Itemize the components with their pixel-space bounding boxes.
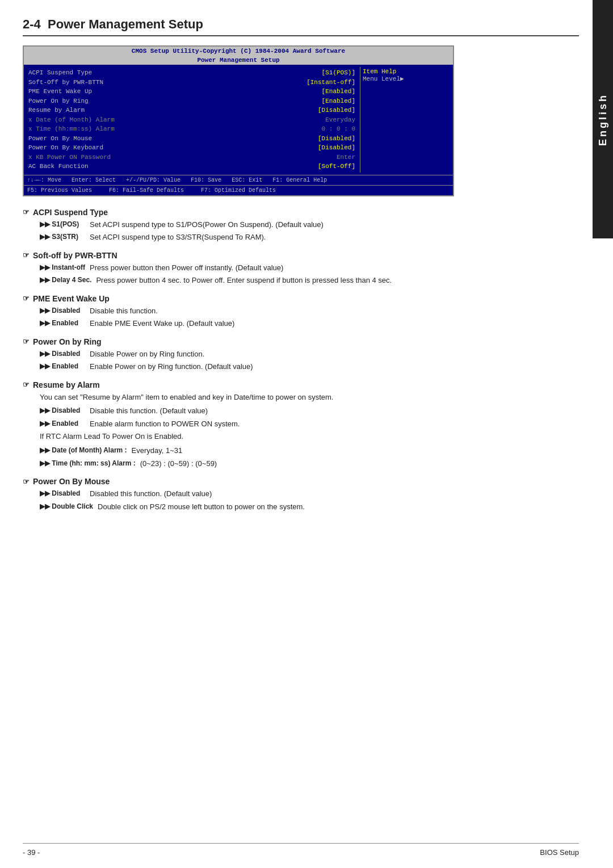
sub-bullet-desc: Everyday, 1~31 [132, 445, 579, 456]
bios-nav-enter: Enter: Select [72, 177, 116, 183]
bullet-desc: Enable Power on by Ring function. (Defau… [90, 361, 579, 372]
bios-row: ACPI Suspend Type[S1(POS)] [28, 68, 355, 78]
bios-row: Power On By Mouse[Disabled] [28, 134, 355, 144]
bullet-item: ▶▶ DisabledDisable Power on by Ring func… [40, 349, 579, 360]
bullet-list-soft-off-pwr-bttn: ▶▶ Instant-offPress power button then Po… [40, 262, 579, 286]
bullet-desc: Disable this function. (Default value) [90, 405, 579, 417]
sub-bullet-desc: (0~23) : (0~59) : (0~59) [140, 458, 579, 469]
bios-row: Power On by Ring[Enabled] [28, 97, 355, 106]
bullet-desc: Set ACPI suspend type to S1/POS(Power On… [90, 219, 579, 230]
bullet-term: ▶▶ Enabled [40, 318, 85, 329]
bullet-item: ▶▶ Double ClickDouble click on PS/2 mous… [40, 501, 579, 513]
bullet-desc: Disable this function. [90, 305, 579, 317]
footer-right: BIOS Setup [540, 848, 579, 857]
bios-row: x KB Power ON PasswordEnter [28, 153, 355, 162]
section-power-on-by-mouse: Power On By Mouse▶▶ DisabledDisabled thi… [23, 477, 579, 512]
bios-item-help-text: Menu Level▶ [363, 75, 448, 82]
bullet-desc: Enable alarm function to POWER ON system… [90, 418, 579, 430]
section-pme-event-wake-up: PME Event Wake Up▶▶ DisabledDisable this… [23, 294, 579, 329]
bullet-desc: Double click on PS/2 mouse left button t… [98, 501, 579, 513]
section-title-acpi-suspend-type: ACPI Suspend Type [23, 208, 579, 217]
bullet-term: ▶▶ Disabled [40, 305, 85, 317]
bullet-list-pme-event-wake-up: ▶▶ DisabledDisable this function.▶▶ Enab… [40, 305, 579, 329]
bullet-desc: Disabled this function. (Default value) [90, 488, 579, 500]
bios-nav-f10: F10: Save [191, 177, 221, 183]
bios-row: Resume by Alarm[Disabled] [28, 106, 355, 115]
bios-row: Power On By Keyboard[Disabled] [28, 143, 355, 153]
bios-nav-f7: F7: Optimized Defaults [201, 187, 276, 194]
section-acpi-suspend-type: ACPI Suspend Type▶▶ S1(POS)Set ACPI susp… [23, 208, 579, 243]
bullet-list-power-on-by-mouse: ▶▶ DisabledDisabled this function. (Defa… [40, 488, 579, 512]
bullet-list-power-on-by-ring: ▶▶ DisabledDisable Power on by Ring func… [40, 349, 579, 372]
bios-nav-move: ↑↓→←: Move [27, 177, 61, 183]
bullet-item: ▶▶ Delay 4 Sec.Press power button 4 sec.… [40, 275, 579, 286]
section-title-resume-by-alarm: Resume by Alarm [23, 380, 579, 389]
bullet-term: ▶▶ Enabled [40, 361, 85, 372]
bullet-item: ▶▶ S3(STR)Set ACPI suspend type to S3/ST… [40, 232, 579, 243]
bullet-item: ▶▶ EnabledEnable Power on by Ring functi… [40, 361, 579, 372]
bios-item-help-title: Item Help [363, 68, 448, 75]
section-title-power-on-by-mouse: Power On By Mouse [23, 477, 579, 486]
section-power-on-by-ring: Power On by Ring▶▶ DisabledDisable Power… [23, 337, 579, 372]
bullet-item: ▶▶ S1(POS)Set ACPI suspend type to S1/PO… [40, 219, 579, 230]
sections-container: ACPI Suspend Type▶▶ S1(POS)Set ACPI susp… [23, 208, 579, 513]
bios-row: x Time (hh:mm:ss) Alarm0 : 0 : 0 [28, 124, 355, 134]
section-title-pme-event-wake-up: PME Event Wake Up [23, 294, 579, 303]
bullet-term: ▶▶ S3(STR) [40, 232, 85, 243]
bullet-item: ▶▶ EnabledEnable PME Event Wake up. (Def… [40, 318, 579, 329]
bullet-term: ▶▶ Instant-off [40, 262, 85, 274]
bios-left-panel: ACPI Suspend Type[S1(POS)] Soft-Off by P… [26, 67, 358, 173]
section-title-power-on-by-ring: Power On by Ring [23, 337, 579, 346]
section-resume-by-alarm: Resume by AlarmYou can set "Resume by Al… [23, 380, 579, 469]
bullet-item: ▶▶ Instant-offPress power button then Po… [40, 262, 579, 274]
bios-row: PME Event Wake Up[Enabled] [28, 87, 355, 97]
page-footer: - 39 - BIOS Setup [23, 843, 579, 857]
section-soft-off-pwr-bttn: Soft-off by PWR-BTTN▶▶ Instant-offPress … [23, 251, 579, 286]
section-note-resume-by-alarm: You can set "Resume by Alarm" item to en… [40, 392, 579, 404]
bullet-term: ▶▶ Double Click [40, 501, 93, 513]
section-subnote-resume-by-alarm: If RTC Alarm Lead To Power On is Enabled… [40, 431, 579, 443]
bios-footer: ↑↓→←: Move Enter: Select +/-/PU/PD: Valu… [24, 175, 453, 185]
bios-nav-f5: F5: Previous Values [27, 187, 92, 194]
bullet-desc: Enable PME Event Wake up. (Default value… [90, 318, 579, 329]
bullet-term: ▶▶ Disabled [40, 349, 85, 360]
bullet-term: ▶▶ S1(POS) [40, 219, 85, 230]
bullet-desc: Set ACPI suspend type to S3/STR(Suspend … [90, 232, 579, 243]
bios-screen: CMOS Setup Utility-Copyright (C) 1984-20… [23, 45, 454, 196]
section-title-soft-off-pwr-bttn: Soft-off by PWR-BTTN [23, 251, 579, 260]
page-number: - 39 - [23, 848, 40, 857]
sub-bullet-item: ▶▶ Date (of Month) Alarm :Everyday, 1~31 [40, 445, 579, 456]
sub-bullet-term: ▶▶ Time (hh: mm: ss) Alarm : [40, 458, 136, 469]
bullet-item: ▶▶ DisabledDisable this function. [40, 305, 579, 317]
bullet-desc: Press power button 4 sec. to Power off. … [96, 275, 579, 286]
bullet-item: ▶▶ DisabledDisabled this function. (Defa… [40, 488, 579, 500]
bios-header1: CMOS Setup Utility-Copyright (C) 1984-20… [24, 47, 453, 56]
sub-bullet-item: ▶▶ Time (hh: mm: ss) Alarm :(0~23) : (0~… [40, 458, 579, 469]
bios-row: AC Back Function[Soft-Off] [28, 162, 355, 171]
bios-row: x Date (of Month) AlarmEveryday [28, 115, 355, 125]
bios-nav-esc: ESC: Exit [232, 177, 262, 183]
sub-bullet-term: ▶▶ Date (of Month) Alarm : [40, 445, 127, 456]
sub-bullet-list-resume-by-alarm: ▶▶ Date (of Month) Alarm :Everyday, 1~31… [40, 445, 579, 469]
bullet-term: ▶▶ Disabled [40, 488, 85, 500]
bios-nav-f6: F6: Fail-Safe Defaults [109, 187, 184, 194]
bios-header2: Power Management Setup [24, 56, 453, 65]
bullet-list-resume-by-alarm: ▶▶ DisabledDisable this function. (Defau… [40, 405, 579, 429]
bullet-list-acpi-suspend-type: ▶▶ S1(POS)Set ACPI suspend type to S1/PO… [40, 219, 579, 243]
bullet-term: ▶▶ Disabled [40, 405, 85, 417]
bullet-item: ▶▶ DisabledDisable this function. (Defau… [40, 405, 579, 417]
page-title: 2-4 Power Management Setup [23, 17, 579, 36]
bullet-term: ▶▶ Delay 4 Sec. [40, 275, 91, 286]
bullet-term: ▶▶ Enabled [40, 418, 85, 430]
bios-nav-f1: F1: General Help [272, 177, 327, 183]
english-tab-label: English [593, 0, 613, 238]
bios-row: Soft-Off by PWR-BTTN[Instant-off] [28, 78, 355, 87]
bios-nav-value: +/-/PU/PD: Value [126, 177, 180, 183]
bullet-desc: Disable Power on by Ring function. [90, 349, 579, 360]
bullet-desc: Press power button then Power off instan… [90, 262, 579, 274]
bios-item-help: Item Help Menu Level▶ [360, 67, 451, 173]
bullet-item: ▶▶ EnabledEnable alarm function to POWER… [40, 418, 579, 430]
bios-footer2: F5: Previous Values F6: Fail-Safe Defaul… [24, 185, 453, 195]
